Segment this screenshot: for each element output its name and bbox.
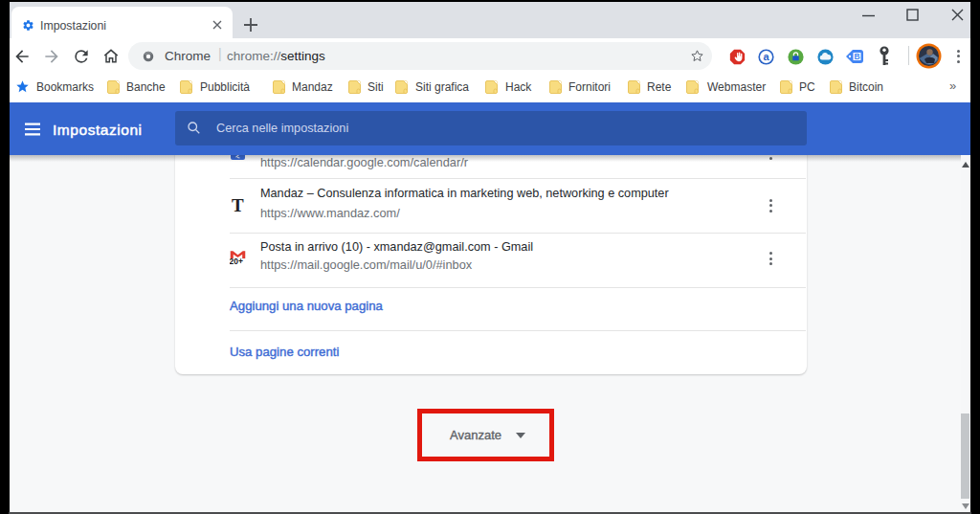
svg-text:B: B <box>854 52 859 61</box>
svg-text:20+: 20+ <box>230 257 243 265</box>
svg-text:a: a <box>763 51 769 62</box>
